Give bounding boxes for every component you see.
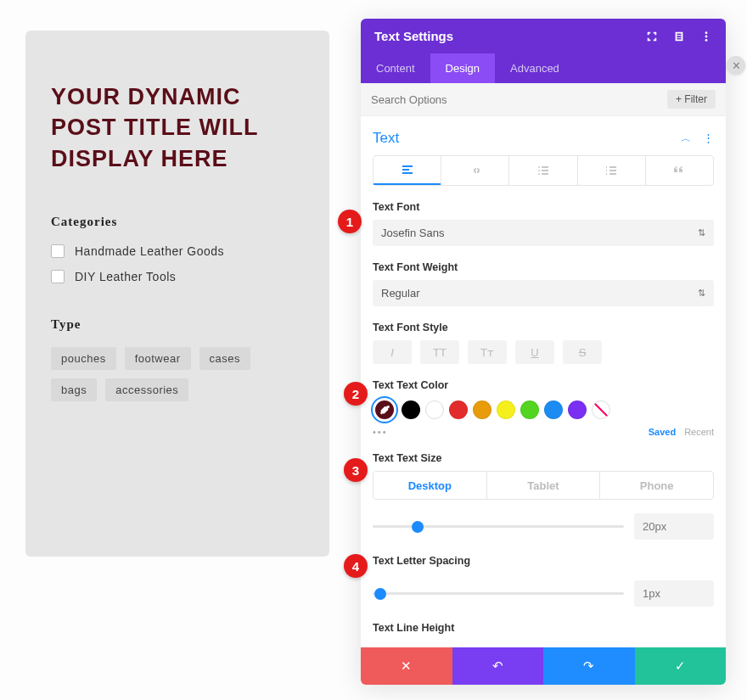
category-row[interactable]: DIY Leather Tools <box>51 270 304 283</box>
seg-link[interactable] <box>441 156 508 185</box>
device-phone[interactable]: Phone <box>599 472 713 499</box>
panel-footer: ✕ ↶ ↷ ✓ <box>361 647 726 685</box>
swatch-black[interactable] <box>402 400 420 419</box>
strike-button[interactable]: S <box>563 340 602 364</box>
tag-row: pouches footwear cases bags accessories <box>51 347 304 401</box>
preview-card: YOUR DYNAMIC POST TITLE WILL DISPLAY HER… <box>25 31 329 557</box>
panel-body: Text ︿ ⋮ Text Font Josefin Sans ⇅ Text F… <box>361 116 726 647</box>
search-input[interactable] <box>371 93 667 106</box>
annotation-badge-3: 3 <box>344 458 368 482</box>
color-picker-swatch[interactable] <box>373 398 396 422</box>
tabs: Content Design Advanced <box>361 53 726 83</box>
swatch-white[interactable] <box>425 400 444 419</box>
tab-content[interactable]: Content <box>361 53 430 83</box>
undo-button[interactable]: ↶ <box>452 647 544 685</box>
device-desktop[interactable]: Desktop <box>374 472 486 499</box>
swatch-red[interactable] <box>449 400 468 419</box>
size-slider[interactable] <box>373 525 624 528</box>
font-value: Josefin Sans <box>381 227 444 239</box>
capitalize-button[interactable]: Tᴛ <box>468 340 507 364</box>
svg-point-2 <box>705 38 708 41</box>
swatch-purple[interactable] <box>568 400 587 419</box>
device-tabs: Desktop Tablet Phone <box>373 471 714 500</box>
saved-colors-tab[interactable]: Saved <box>649 427 676 437</box>
redo-button[interactable]: ↷ <box>543 647 635 685</box>
preview-title: YOUR DYNAMIC POST TITLE WILL DISPLAY HER… <box>51 81 304 174</box>
recent-colors-tab[interactable]: Recent <box>684 427 714 437</box>
spacing-slider-row: 1px <box>373 580 714 607</box>
category-label: Handmade Leather Goods <box>75 244 224 258</box>
checkbox[interactable] <box>51 244 65 258</box>
panel-header-icons <box>646 31 712 42</box>
filter-label: Filter <box>684 93 707 105</box>
section-title[interactable]: Text <box>373 130 399 147</box>
font-style-buttons: I TT Tᴛ U S <box>373 340 714 364</box>
label-style: Text Font Style <box>373 322 714 333</box>
seg-ul[interactable] <box>508 156 576 185</box>
caret-icon: ⇅ <box>698 288 705 299</box>
panel-title: Text Settings <box>374 29 453 43</box>
type-heading: Type <box>51 317 304 332</box>
eyedropper-icon <box>379 405 390 416</box>
panel-header: Text Settings <box>361 19 726 53</box>
svg-point-1 <box>705 35 708 37</box>
font-select[interactable]: Josefin Sans ⇅ <box>373 220 714 246</box>
label-size: Text Text Size <box>373 452 714 464</box>
label-spacing: Text Letter Spacing <box>373 555 714 567</box>
tag[interactable]: pouches <box>51 347 116 370</box>
size-slider-row: 20px <box>373 513 714 540</box>
color-swatches <box>373 398 714 422</box>
swatch-orange[interactable] <box>473 400 491 419</box>
swatch-meta: ••• Saved Recent <box>373 427 714 437</box>
checkbox[interactable] <box>51 270 65 283</box>
swatch-green[interactable] <box>520 400 539 419</box>
tag[interactable]: cases <box>199 347 250 370</box>
filter-button[interactable]: + Filter <box>667 90 716 109</box>
docs-icon[interactable] <box>673 31 685 42</box>
settings-panel: Text Settings Content Design Advanced + … <box>361 19 726 685</box>
label-lineheight: Text Line Height <box>373 622 714 634</box>
section-menu-icon[interactable]: ⋮ <box>703 132 714 146</box>
collapse-icon[interactable]: ︿ <box>681 132 691 146</box>
expand-icon[interactable] <box>646 31 658 42</box>
weight-value: Regular <box>381 287 420 300</box>
underline-button[interactable]: U <box>515 340 554 364</box>
annotation-badge-2: 2 <box>344 382 368 406</box>
tag[interactable]: bags <box>51 378 97 401</box>
svg-point-0 <box>705 31 708 34</box>
category-label: DIY Leather Tools <box>75 270 176 283</box>
seg-align[interactable] <box>374 156 441 185</box>
seg-ol[interactable] <box>577 156 645 185</box>
categories-heading: Categories <box>51 215 304 229</box>
swatch-blue[interactable] <box>544 400 563 419</box>
seg-quote[interactable] <box>645 156 713 185</box>
device-tablet[interactable]: Tablet <box>486 472 600 499</box>
more-swatches-icon[interactable]: ••• <box>373 427 388 437</box>
svg-point-4 <box>538 170 540 171</box>
menu-dots-icon[interactable] <box>700 31 712 42</box>
annotation-badge-4: 4 <box>344 554 368 578</box>
label-color: Text Text Color <box>373 379 714 391</box>
tag[interactable]: footwear <box>125 347 191 370</box>
swatch-yellow[interactable] <box>497 400 515 419</box>
size-value[interactable]: 20px <box>634 513 714 540</box>
close-bubble-icon[interactable]: ✕ <box>727 56 745 75</box>
swatch-none[interactable] <box>592 400 610 419</box>
save-button[interactable]: ✓ <box>635 647 727 685</box>
weight-select[interactable]: Regular ⇅ <box>373 280 714 306</box>
spacing-value[interactable]: 1px <box>634 580 714 607</box>
text-type-segmented <box>373 155 714 186</box>
cancel-button[interactable]: ✕ <box>361 647 452 685</box>
category-row[interactable]: Handmade Leather Goods <box>51 244 304 258</box>
label-font: Text Font <box>373 201 714 213</box>
caret-icon: ⇅ <box>698 227 705 238</box>
spacing-slider[interactable] <box>373 592 624 595</box>
tag[interactable]: accessories <box>105 378 188 401</box>
svg-point-5 <box>538 173 540 175</box>
annotation-badge-1: 1 <box>338 210 362 233</box>
italic-button[interactable]: I <box>373 340 412 364</box>
tab-advanced[interactable]: Advanced <box>495 53 575 83</box>
uppercase-button[interactable]: TT <box>420 340 459 364</box>
tab-design[interactable]: Design <box>430 53 495 83</box>
search-bar: + Filter <box>361 83 726 116</box>
